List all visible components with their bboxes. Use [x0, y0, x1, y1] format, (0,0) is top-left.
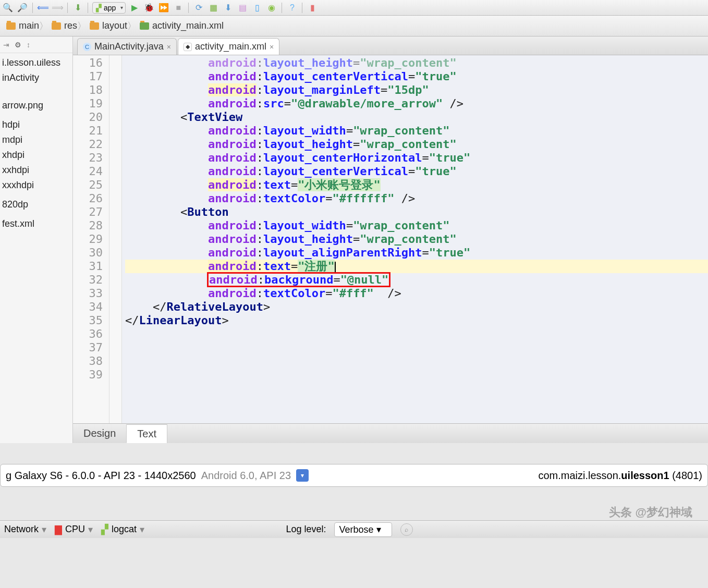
- back-icon[interactable]: ⟸: [37, 2, 48, 14]
- collapse-icon[interactable]: ⇥: [3, 41, 9, 49]
- separator: [282, 3, 282, 13]
- search-replace-icon[interactable]: 🔎: [17, 2, 28, 14]
- project-item[interactable]: arrow.png: [0, 98, 72, 113]
- close-icon[interactable]: ×: [270, 43, 274, 51]
- fold-gutter[interactable]: [109, 55, 122, 423]
- line-gutter: 1617181920212223242526272829303132333435…: [73, 55, 109, 423]
- editor-bottom-tabs: Design Text: [73, 423, 708, 443]
- chevron-down-icon: ▾: [140, 524, 144, 535]
- project-tree[interactable]: i.lesson.uilessinActivityarrow.pnghdpimd…: [0, 53, 72, 234]
- cpu-icon: ▇: [55, 524, 62, 535]
- code-area[interactable]: android:layout_height="wrap_content" and…: [122, 55, 708, 423]
- footer-logcat[interactable]: ▞ logcat▾: [101, 524, 144, 535]
- log-level-label: Log level:: [286, 524, 326, 535]
- android-head-icon[interactable]: ◉: [266, 2, 277, 14]
- main-toolbar: 🔍 🔎 ⟸ ⟹ ⬇︎ ▞ app ▶ 🐞 ⏩ ■ ⟳ ▦ ⬇ ▤ ▯ ◉ ? ▮: [0, 0, 708, 16]
- watermark: 头条 @梦幻神域: [609, 505, 692, 520]
- tab-activity_main.xml[interactable]: ◆activity_main.xml×: [178, 38, 279, 55]
- android-icon: ▞: [96, 4, 102, 12]
- book-icon[interactable]: ▮: [307, 2, 318, 14]
- project-item[interactable]: [0, 90, 72, 94]
- tab-MainActivity.java[interactable]: CMainActivity.java×: [77, 38, 177, 55]
- separator: [302, 3, 302, 13]
- project-item[interactable]: [0, 94, 72, 98]
- crumb-activity_main.xml[interactable]: activity_main.xml: [136, 18, 231, 33]
- folder-icon: [140, 22, 149, 30]
- folder-icon: [90, 22, 99, 30]
- crumb-main[interactable]: main: [2, 18, 46, 33]
- project-item[interactable]: mdpi: [0, 132, 72, 148]
- crumb-layout[interactable]: layout: [86, 18, 135, 33]
- xml-file-icon: ◆: [184, 43, 192, 51]
- sdk-icon[interactable]: ⬇: [222, 2, 234, 14]
- project-item[interactable]: 820dp: [0, 197, 72, 212]
- debug-icon[interactable]: 🐞: [143, 2, 155, 14]
- footer-cpu[interactable]: ▇ CPU▾: [55, 524, 93, 535]
- process-name: com.maizi.lesson.uilesson1 (4801): [538, 470, 702, 482]
- project-tools: ⇥ ⚙ ↕: [0, 36, 72, 53]
- monitor-icon[interactable]: ▤: [237, 2, 248, 14]
- run-config-selector[interactable]: ▞ app: [92, 2, 126, 14]
- java-file-icon: C: [83, 43, 91, 51]
- tab-design[interactable]: Design: [73, 424, 127, 443]
- logcat-icon: ▞: [101, 524, 108, 535]
- spinner-icon[interactable]: ▾: [296, 469, 309, 482]
- device-name: g Galaxy S6 - 6.0.0 - API 23 - 1440x2560: [6, 470, 196, 482]
- editor-column: CMainActivity.java×◆activity_main.xml× 1…: [73, 36, 708, 443]
- gear-icon[interactable]: ⚙: [15, 41, 21, 49]
- run-icon[interactable]: ▶: [129, 2, 140, 14]
- tab-text[interactable]: Text: [127, 424, 167, 443]
- separator: [67, 3, 68, 13]
- sync-icon[interactable]: ⟳: [193, 2, 204, 14]
- crumb-res[interactable]: res: [47, 18, 84, 33]
- project-item[interactable]: [0, 113, 72, 117]
- project-item[interactable]: [0, 212, 72, 216]
- device-bar: g Galaxy S6 - 6.0.0 - API 23 - 1440x2560…: [0, 464, 708, 487]
- folder-icon: [6, 22, 16, 30]
- breadcrumb: mainreslayoutactivity_main.xml: [0, 16, 708, 36]
- project-item[interactable]: [0, 85, 72, 90]
- project-item[interactable]: [0, 193, 72, 197]
- project-item[interactable]: inActivity: [0, 70, 72, 85]
- project-item[interactable]: hdpi: [0, 117, 72, 132]
- footer-toolbar: Network▾ ▇ CPU▾ ▞ logcat▾ Log level: Ver…: [0, 520, 708, 538]
- project-panel: ⇥ ⚙ ↕ i.lesson.uilessinActivityarrow.png…: [0, 36, 73, 443]
- stop-icon[interactable]: ■: [173, 2, 184, 14]
- forward-icon: ⟹: [52, 2, 63, 14]
- build-icon[interactable]: ⬇︎: [72, 2, 83, 14]
- project-item[interactable]: xxxhdpi: [0, 178, 72, 193]
- project-item[interactable]: xhdpi: [0, 148, 72, 163]
- device-icon[interactable]: ▯: [251, 2, 263, 14]
- device-sub: Android 6.0, API 23: [201, 470, 291, 482]
- separator: [88, 3, 88, 13]
- app-label: app: [104, 4, 116, 12]
- help-icon[interactable]: ?: [286, 2, 298, 14]
- log-level-select[interactable]: Verbose ▾: [334, 522, 392, 537]
- search-icon[interactable]: 🔍: [2, 2, 14, 14]
- editor-tabs: CMainActivity.java×◆activity_main.xml×: [73, 36, 708, 55]
- separator: [188, 3, 189, 13]
- avd-icon[interactable]: ▦: [207, 2, 219, 14]
- sort-icon[interactable]: ↕: [27, 41, 30, 49]
- chevron-down-icon: ▾: [88, 524, 93, 535]
- project-item[interactable]: i.lesson.uiless: [0, 55, 72, 70]
- attach-icon[interactable]: ⏩: [158, 2, 169, 14]
- chevron-down-icon: ▾: [42, 524, 46, 535]
- separator: [32, 3, 33, 13]
- project-item[interactable]: xxhdpi: [0, 163, 72, 178]
- close-icon[interactable]: ×: [167, 43, 171, 51]
- footer-network[interactable]: Network▾: [4, 524, 46, 535]
- project-item[interactable]: fest.xml: [0, 216, 72, 231]
- search-icon[interactable]: ⌕: [400, 523, 413, 536]
- folder-icon: [52, 22, 61, 30]
- code-editor[interactable]: 1617181920212223242526272829303132333435…: [73, 55, 708, 423]
